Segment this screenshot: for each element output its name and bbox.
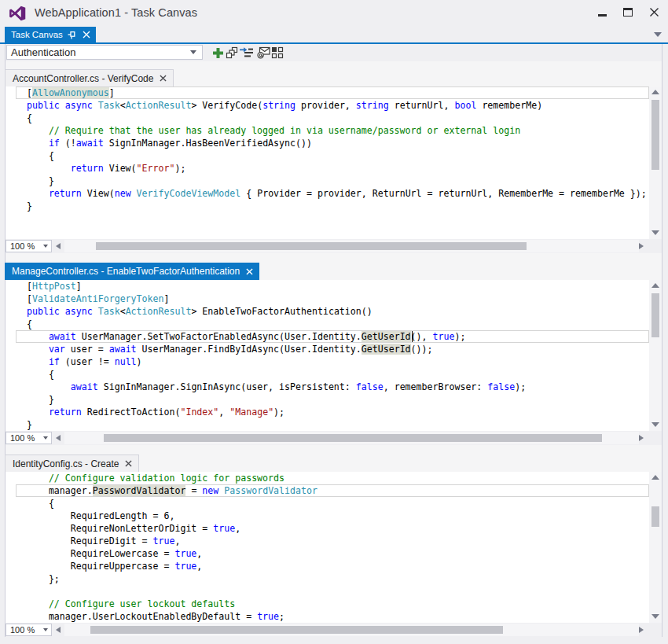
zoom-combobox[interactable]: 100 %: [6, 240, 52, 252]
editor-bottom-bar: 100 %: [6, 239, 662, 253]
vertical-scrollbar[interactable]: [649, 472, 662, 623]
vertical-scrollbar-thumb[interactable]: [651, 506, 659, 527]
add-to-task-list-button[interactable]: [239, 46, 253, 60]
zoom-dropdown-icon: [43, 628, 48, 631]
vertical-scrollbar[interactable]: [649, 280, 662, 431]
code-line: if (!await SignInManager.HasBeenVerified…: [16, 137, 649, 149]
code-lines: [HttpPost] [ValidateAntiForgeryToken] pu…: [16, 280, 649, 431]
vertical-scrollbar-thumb[interactable]: [651, 100, 659, 170]
scroll-right-icon[interactable]: [639, 243, 644, 249]
scroll-right-icon[interactable]: [639, 435, 644, 441]
cascade-windows-button[interactable]: [225, 46, 239, 60]
window-titlebar: WebApplication1 - Task Canvas: [0, 0, 668, 26]
maximize-button[interactable]: [617, 2, 639, 21]
code-line: RequireUppercase = true,: [16, 560, 649, 572]
horizontal-scrollbar-thumb[interactable]: [90, 626, 503, 634]
vertical-scrollbar[interactable]: [649, 86, 662, 239]
code-line: RequireDigit = true,: [16, 535, 649, 547]
scroll-right-icon[interactable]: [639, 627, 644, 633]
scroll-left-icon[interactable]: [56, 435, 61, 441]
zoom-level: 100 %: [6, 433, 43, 443]
email-button[interactable]: [256, 46, 270, 60]
code-line: manager.UserLockoutEnabledByDefault = tr…: [16, 610, 649, 623]
code-line: RequireLowercase = true,: [16, 547, 649, 560]
add-button[interactable]: [211, 46, 225, 60]
code-line: return View("Error");: [16, 162, 649, 175]
pane-close-icon[interactable]: [125, 460, 132, 467]
tool-window-tabstrip: Task Canvas: [0, 26, 668, 44]
minimize-icon: [598, 14, 607, 17]
scroll-up-icon[interactable]: [651, 283, 659, 288]
tab-task-canvas-label: Task Canvas: [11, 30, 63, 39]
vertical-scrollbar-thumb[interactable]: [651, 293, 659, 337]
close-tool-window-icon[interactable]: [83, 31, 90, 39]
pane-tab-label: IdentityConfig.cs - Create: [13, 458, 119, 469]
code-line: return View(new VerifyCodeViewModel { Pr…: [16, 187, 649, 200]
horizontal-scrollbar-thumb[interactable]: [104, 434, 602, 442]
pane-tab[interactable]: ManageController.cs - EnableTwoFactorAut…: [5, 263, 259, 280]
layout-grid-button[interactable]: [270, 46, 284, 60]
scroll-left-icon[interactable]: [56, 243, 61, 249]
close-window-button[interactable]: [643, 2, 665, 21]
add-plus-icon: [212, 47, 224, 59]
code-editor[interactable]: [HttpPost] [ValidateAntiForgeryToken] pu…: [6, 280, 649, 431]
scroll-up-icon[interactable]: [651, 475, 659, 480]
code-line: var user = await UserManager.FindByIdAsy…: [16, 343, 649, 355]
code-line: return RedirectToAction("Index", "Manage…: [16, 406, 649, 418]
scroll-left-icon[interactable]: [56, 627, 61, 633]
code-line: {: [16, 149, 649, 162]
close-icon: [649, 7, 659, 17]
editor-bottom-bar: 100 %: [6, 623, 662, 637]
cascade-windows-icon: [226, 46, 238, 59]
scroll-down-icon[interactable]: [651, 614, 659, 619]
task-list-icon: [240, 46, 253, 59]
code-line: RequiredLength = 6,: [16, 510, 649, 522]
task-canvas-surface: Authentication: [5, 44, 662, 637]
editor-bottom-bar: 100 %: [6, 431, 662, 445]
horizontal-scrollbar-thumb[interactable]: [96, 242, 527, 250]
scroll-up-icon[interactable]: [651, 90, 659, 94]
code-lines: // Configure validation logic for passwo…: [16, 472, 649, 623]
code-editor[interactable]: [AllowAnonymous] public async Task<Actio…: [6, 86, 649, 239]
canvas-toolbar: Authentication: [6, 44, 662, 61]
scroll-down-icon[interactable]: [651, 230, 659, 235]
code-line: if (user != null): [16, 355, 649, 368]
pin-icon[interactable]: [68, 30, 77, 39]
zoom-combobox[interactable]: 100 %: [6, 432, 52, 444]
text-caret: [412, 331, 413, 342]
tab-task-canvas[interactable]: Task Canvas: [5, 27, 96, 42]
pane-close-icon[interactable]: [246, 268, 253, 275]
zoom-combobox[interactable]: 100 %: [6, 624, 52, 636]
horizontal-scrollbar[interactable]: [64, 432, 639, 444]
code-line: {: [16, 318, 649, 330]
pane-tab-label: AccountController.cs - VerifyCode: [13, 73, 153, 84]
task-canvas-window: WebApplication1 - Task Canvas Task Canva…: [0, 0, 668, 644]
pane-tab[interactable]: IdentityConfig.cs - Create: [5, 454, 139, 472]
code-line: {: [16, 368, 649, 381]
scroll-down-icon[interactable]: [651, 422, 659, 427]
code-line: }: [16, 175, 649, 187]
code-line: await SignInManager.SignInAsync(user, is…: [16, 381, 649, 393]
code-line: }: [16, 393, 649, 406]
code-line: }: [16, 200, 649, 212]
horizontal-scrollbar[interactable]: [64, 624, 639, 636]
pane-tab[interactable]: AccountController.cs - VerifyCode: [5, 69, 174, 86]
code-line: [ValidateAntiForgeryToken]: [16, 293, 649, 305]
pane-close-icon[interactable]: [160, 75, 167, 82]
minimize-button[interactable]: [591, 2, 613, 21]
task-combobox[interactable]: Authentication: [6, 45, 203, 60]
code-line: [16, 585, 649, 598]
zoom-dropdown-icon: [43, 436, 48, 440]
code-line: RequireNonLetterOrDigit = true,: [16, 522, 649, 535]
code-line: public async Task<ActionResult> EnableTw…: [16, 305, 649, 318]
code-line: };: [16, 572, 649, 585]
window-position-dropdown-icon[interactable]: [654, 32, 662, 37]
code-line: [HttpPost]: [16, 280, 649, 293]
horizontal-scrollbar[interactable]: [64, 240, 639, 252]
code-line: // Require that the user has already log…: [16, 124, 649, 137]
visual-studio-logo-icon: [9, 5, 26, 22]
code-line: {: [16, 497, 649, 510]
code-editor[interactable]: // Configure validation logic for passwo…: [6, 472, 649, 623]
code-line: // Configure validation logic for passwo…: [16, 472, 649, 484]
code-line: {: [16, 112, 649, 124]
